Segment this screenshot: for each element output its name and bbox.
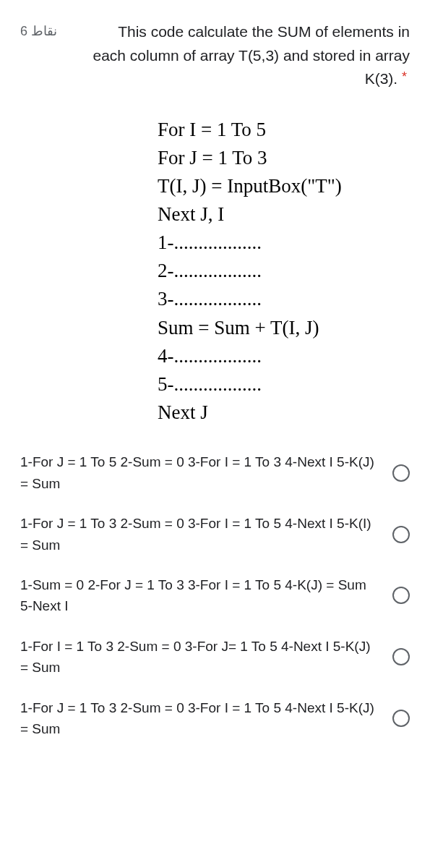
code-line: 2-.................. — [158, 257, 410, 285]
question-header: 6 نقاط This code calculate the SUM of el… — [20, 20, 410, 91]
option-label: 1-For J = 1 To 5 2-Sum = 0 3-For I = 1 T… — [20, 451, 392, 494]
code-line: 4-.................. — [158, 342, 410, 370]
radio-button[interactable] — [392, 526, 410, 543]
option-label: 1-For J = 1 To 3 2-Sum = 0 3-For I = 1 T… — [20, 513, 392, 556]
option-label: 1-Sum = 0 2-For J = 1 To 3 3-For I = 1 T… — [20, 574, 392, 617]
code-line: T(I, J) = InputBox("T") — [158, 172, 410, 200]
code-line: Sum = Sum + T(I, J) — [158, 314, 410, 342]
points-label: 6 نقاط — [20, 20, 57, 39]
question-container: 6 نقاط This code calculate the SUM of el… — [0, 0, 430, 788]
question-text: This code calculate the SUM of elements … — [57, 20, 410, 91]
question-body: This code calculate the SUM of elements … — [93, 23, 410, 87]
option-label: 1-For I = 1 To 3 2-Sum = 0 3-For J= 1 To… — [20, 636, 392, 678]
option-item[interactable]: 1-Sum = 0 2-For J = 1 To 3 3-For I = 1 T… — [20, 574, 410, 617]
radio-button[interactable] — [392, 464, 410, 482]
radio-button[interactable] — [392, 587, 410, 604]
code-line: Next J — [158, 399, 410, 427]
radio-button[interactable] — [392, 710, 410, 727]
code-line: 5-.................. — [158, 370, 410, 399]
option-item[interactable]: 1-For J = 1 To 3 2-Sum = 0 3-For I = 1 T… — [20, 697, 410, 740]
radio-button[interactable] — [392, 648, 410, 665]
option-item[interactable]: 1-For I = 1 To 3 2-Sum = 0 3-For J= 1 To… — [20, 636, 410, 678]
code-block: For I = 1 To 5 For J = 1 To 3 T(I, J) = … — [20, 116, 410, 427]
option-item[interactable]: 1-For J = 1 To 3 2-Sum = 0 3-For I = 1 T… — [20, 513, 410, 556]
required-asterisk: * — [402, 69, 410, 84]
code-line: For I = 1 To 5 — [158, 116, 410, 144]
options-group: 1-For J = 1 To 5 2-Sum = 0 3-For I = 1 T… — [20, 451, 410, 739]
option-label: 1-For J = 1 To 3 2-Sum = 0 3-For I = 1 T… — [20, 697, 392, 740]
code-line: For J = 1 To 3 — [158, 144, 410, 172]
option-item[interactable]: 1-For J = 1 To 5 2-Sum = 0 3-For I = 1 T… — [20, 451, 410, 494]
code-line: 1-.................. — [158, 229, 410, 257]
code-line: 3-.................. — [158, 285, 410, 313]
code-line: Next J, I — [158, 200, 410, 229]
